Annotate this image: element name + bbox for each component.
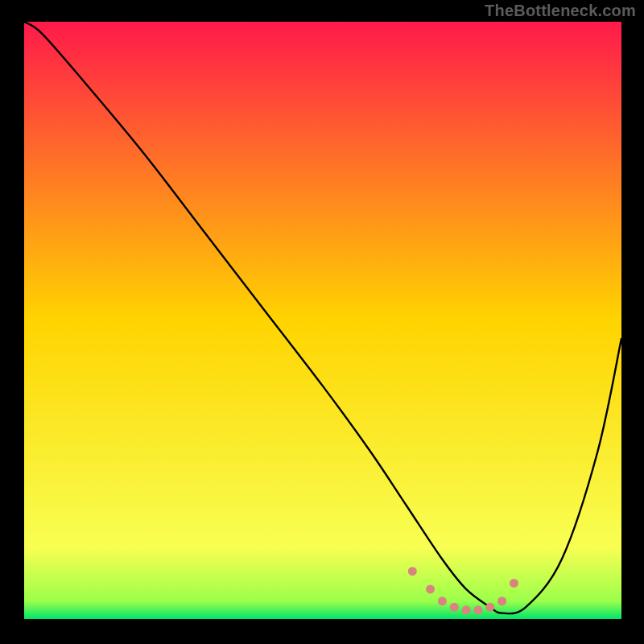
marker-dot [462, 605, 471, 614]
marker-dot [473, 605, 482, 614]
marker-dot [408, 567, 417, 576]
chart-canvas [0, 0, 644, 644]
watermark-text: TheBottleneck.com [485, 2, 636, 20]
marker-dot [497, 597, 506, 605]
marker-dot [438, 597, 447, 605]
marker-dot [510, 579, 518, 588]
marker-dot [426, 584, 435, 593]
marker-dot [450, 603, 459, 612]
plot-background [24, 22, 621, 619]
marker-dot [485, 603, 494, 612]
